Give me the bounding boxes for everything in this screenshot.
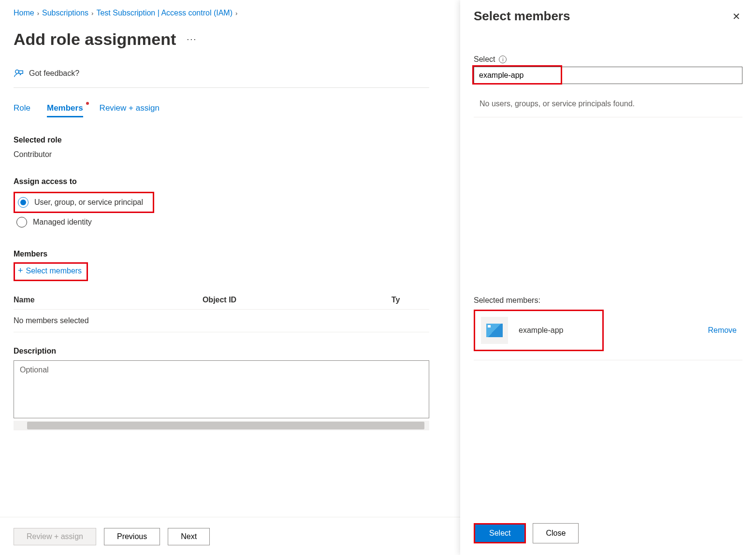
col-header-type: Ty: [392, 296, 429, 304]
more-menu-icon[interactable]: ···: [187, 34, 197, 44]
description-input[interactable]: [14, 360, 429, 418]
members-label: Members: [14, 250, 429, 258]
tab-members-label: Members: [47, 103, 83, 113]
radio-icon: [18, 197, 29, 208]
select-field-label: Select: [474, 55, 495, 64]
breadcrumb-subscription-iam[interactable]: Test Subscription | Access control (IAM): [96, 9, 233, 17]
radio-user-group-sp-label: User, group, or service principal: [34, 198, 143, 207]
panel-title: Select members: [474, 9, 570, 24]
select-button[interactable]: Select: [475, 525, 524, 542]
breadcrumb: Home › Subscriptions › Test Subscription…: [14, 9, 429, 17]
tab-role[interactable]: Role: [14, 103, 30, 117]
chevron-right-icon: ›: [37, 10, 39, 17]
col-header-name: Name: [14, 296, 203, 304]
tab-members[interactable]: Members: [47, 103, 83, 117]
horizontal-scrollbar[interactable]: [14, 421, 429, 430]
select-members-text: Select members: [26, 267, 82, 275]
radio-icon: [16, 217, 27, 228]
select-members-link[interactable]: + Select members: [18, 266, 82, 276]
selected-role-label: Selected role: [14, 136, 429, 144]
chevron-right-icon: ›: [91, 10, 93, 17]
tab-review[interactable]: Review + assign: [100, 103, 160, 117]
feedback-icon: [14, 68, 24, 79]
plus-icon: +: [18, 266, 23, 276]
previous-button[interactable]: Previous: [104, 528, 160, 545]
close-button[interactable]: Close: [533, 523, 579, 543]
svg-point-0: [15, 70, 19, 73]
breadcrumb-subscriptions[interactable]: Subscriptions: [42, 9, 88, 17]
no-results-text: No users, groups, or service principals …: [474, 100, 742, 117]
remove-member-link[interactable]: Remove: [708, 326, 737, 335]
chevron-right-icon: ›: [235, 10, 237, 17]
app-icon: [481, 317, 508, 344]
radio-managed-identity[interactable]: Managed identity: [14, 213, 429, 231]
feedback-text: Got feedback?: [29, 69, 79, 78]
table-empty-row: No members selected: [14, 309, 429, 332]
close-icon[interactable]: ✕: [730, 9, 742, 24]
review-assign-button[interactable]: Review + assign: [14, 528, 96, 545]
tabs: Role Members Review + assign: [14, 103, 429, 117]
radio-managed-identity-label: Managed identity: [33, 218, 92, 227]
select-members-panel: Select members ✕ Select i No users, grou…: [460, 0, 756, 555]
next-button[interactable]: Next: [168, 528, 210, 545]
member-search-input[interactable]: [474, 67, 742, 84]
col-header-object-id: Object ID: [203, 296, 392, 304]
tab-indicator-dot: [86, 102, 89, 105]
description-label: Description: [14, 347, 429, 356]
feedback-link[interactable]: Got feedback?: [14, 68, 429, 88]
selected-members-label: Selected members:: [474, 296, 742, 305]
selected-role-value: Contributor: [14, 150, 429, 159]
info-icon[interactable]: i: [499, 56, 507, 63]
page-title: Add role assignment: [14, 30, 176, 49]
assign-access-label: Assign access to: [14, 177, 429, 186]
breadcrumb-home[interactable]: Home: [14, 9, 34, 17]
radio-user-group-sp[interactable]: User, group, or service principal: [15, 193, 148, 212]
selected-member-name: example-app: [519, 326, 564, 335]
